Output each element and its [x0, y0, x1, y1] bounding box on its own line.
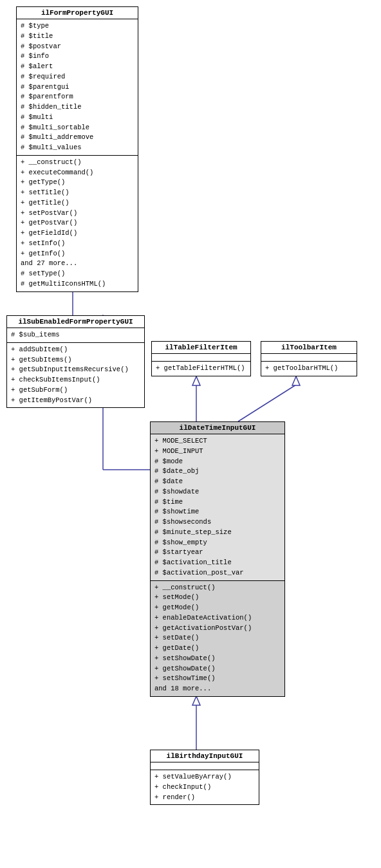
- method-get-sub-input-recursive: + getSubInputItemsRecursive(): [11, 365, 140, 375]
- method-dt-construct: + __construct(): [154, 583, 281, 593]
- method-dt-get-mode: + getMode(): [154, 603, 281, 613]
- method-dt-get-activation-post-var: + getActivationPostVar(): [154, 623, 281, 634]
- method-get-sub-form: + getSubForm(): [11, 385, 140, 396]
- attr-show-empty: # $show_empty: [154, 538, 281, 548]
- method-dt-set-mode: + setMode(): [154, 593, 281, 603]
- method-get-post-var: + getPostVar(): [21, 218, 134, 228]
- attr-required: # $required: [21, 72, 134, 82]
- method-bd-set-value-by-array: + setValueByArray(): [154, 772, 255, 782]
- method-and-more: and 27 more...: [21, 259, 134, 269]
- method-set-title: + setTitle(): [21, 188, 134, 198]
- method-get-type: + getType(): [21, 178, 134, 188]
- attr-minute-step-size: # $minute_step_size: [154, 528, 281, 538]
- method-dt-enable-date-activation: + enableDateActivation(): [154, 613, 281, 623]
- method-set-info: + setInfo(): [21, 239, 134, 249]
- svg-marker-10: [192, 696, 200, 705]
- il-birthday-input-gui-methods: + setValueByArray() + checkInput() + ren…: [151, 770, 259, 804]
- attr-showdate: # $showdate: [154, 487, 281, 497]
- attr-showseconds: # $showseconds: [154, 517, 281, 528]
- attr-multi-sortable: # $multi_sortable: [21, 123, 134, 133]
- attr-activation-title: # $activation_title: [154, 558, 281, 568]
- method-get-table-filter-html: + getTableFilterHTML(): [156, 364, 246, 374]
- method-get-multi-icons: # getMultiIconsHTML(): [21, 279, 134, 290]
- attr-date: # $date: [154, 477, 281, 487]
- svg-line-7: [238, 385, 296, 421]
- il-date-time-input-gui-box: ilDateTimeInputGUI + MODE_SELECT + MODE_…: [150, 421, 285, 697]
- method-dt-get-show-date: + getShowDate(): [154, 664, 281, 674]
- il-date-time-input-gui-title: ilDateTimeInputGUI: [151, 422, 284, 434]
- attr-mode-input: + MODE_INPUT: [154, 447, 281, 457]
- method-dt-set-date: + setDate(): [154, 633, 281, 643]
- svg-marker-8: [292, 376, 300, 385]
- il-sub-enabled-methods: + addSubItem() + getSubItems() + getSubI…: [7, 343, 144, 408]
- attr-date-obj: # $date_obj: [154, 466, 281, 477]
- il-toolbar-item-methods: + getToolbarHTML(): [261, 362, 357, 376]
- il-sub-enabled-form-property-gui-title: ilSubEnabledFormPropertyGUI: [7, 316, 144, 328]
- attr-startyear: # $startyear: [154, 548, 281, 558]
- il-date-time-input-gui-attributes: + MODE_SELECT + MODE_INPUT # $mode # $da…: [151, 434, 284, 581]
- method-get-info: + getInfo(): [21, 249, 134, 259]
- attr-multi-addremove: # $multi_addremove: [21, 133, 134, 143]
- attr-multi-values: # $multi_values: [21, 143, 134, 153]
- attr-alert: # $alert: [21, 62, 134, 72]
- attr-showtime: # $showtime: [154, 507, 281, 517]
- il-form-property-gui-box: ilFormPropertyGUI # $type # $title # $po…: [16, 6, 138, 292]
- method-execute-command: + executeCommand(): [21, 168, 134, 178]
- il-birthday-input-gui-empty: [151, 762, 259, 770]
- attr-multi: # $multi: [21, 113, 134, 123]
- svg-marker-6: [192, 376, 200, 385]
- il-toolbar-item-box: ilToolbarItem + getToolbarHTML(): [261, 341, 357, 376]
- attr-hidden-title: # $hidden_title: [21, 102, 134, 113]
- attr-info: # $info: [21, 51, 134, 62]
- attr-sub-items: # $sub_items: [11, 330, 140, 340]
- method-dt-set-show-time: + setShowTime(): [154, 674, 281, 684]
- il-table-filter-item-box: ilTableFilterItem + getTableFilterHTML(): [151, 341, 251, 376]
- il-form-property-gui-title: ilFormPropertyGUI: [17, 7, 138, 19]
- method-construct: + __construct(): [21, 158, 134, 168]
- method-dt-set-show-date: + setShowDate(): [154, 654, 281, 664]
- attr-parentform: # $parentform: [21, 92, 134, 102]
- attr-time: # $time: [154, 497, 281, 508]
- il-toolbar-item-empty: [261, 354, 357, 362]
- il-sub-enabled-form-property-gui-box: ilSubEnabledFormPropertyGUI # $sub_items…: [6, 315, 145, 408]
- method-get-title: + getTitle(): [21, 198, 134, 208]
- il-table-filter-item-title: ilTableFilterItem: [152, 342, 250, 354]
- attr-title: # $title: [21, 32, 134, 42]
- il-form-property-gui-attributes: # $type # $title # $postvar # $info # $a…: [17, 19, 138, 156]
- diagram-container: ilFormPropertyGUI # $type # $title # $po…: [0, 0, 381, 868]
- attr-type: # $type: [21, 21, 134, 32]
- method-dt-and-more: and 18 more...: [154, 684, 281, 694]
- attr-parentgui: # $parentgui: [21, 82, 134, 93]
- il-toolbar-item-title: ilToolbarItem: [261, 342, 357, 354]
- il-sub-enabled-attributes: # $sub_items: [7, 328, 144, 343]
- method-add-sub-item: + addSubItem(): [11, 345, 140, 355]
- method-get-field-id: + getFieldId(): [21, 228, 134, 239]
- method-get-sub-items: + getSubItems(): [11, 355, 140, 365]
- attr-mode: # $mode: [154, 457, 281, 467]
- method-set-post-var: + setPostVar(): [21, 208, 134, 219]
- method-dt-get-date: + getDate(): [154, 643, 281, 654]
- method-bd-check-input: + checkInput(): [154, 782, 255, 793]
- il-table-filter-item-methods: + getTableFilterHTML(): [152, 362, 250, 376]
- il-table-filter-item-empty: [152, 354, 250, 362]
- attr-postvar: # $postvar: [21, 42, 134, 52]
- method-set-type: # setType(): [21, 269, 134, 279]
- il-form-property-gui-methods: + __construct() + executeCommand() + get…: [17, 156, 138, 291]
- attr-mode-select: + MODE_SELECT: [154, 436, 281, 447]
- method-bd-render: + render(): [154, 793, 255, 803]
- il-birthday-input-gui-box: ilBirthdayInputGUI + setValueByArray() +…: [150, 750, 259, 805]
- il-birthday-input-gui-title: ilBirthdayInputGUI: [151, 750, 259, 762]
- attr-activation-post-var: # $activation_post_var: [154, 568, 281, 578]
- method-get-item-by-post-var: + getItemByPostVar(): [11, 396, 140, 406]
- il-date-time-input-gui-methods: + __construct() + setMode() + getMode() …: [151, 581, 284, 696]
- method-get-toolbar-html: + getToolbarHTML(): [265, 364, 353, 374]
- method-check-sub-items: + checkSubItemsInput(): [11, 375, 140, 385]
